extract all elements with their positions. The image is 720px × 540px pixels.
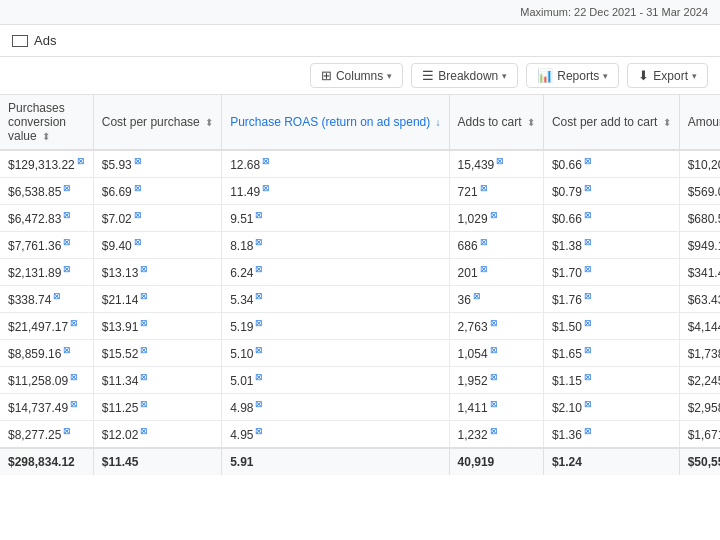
cell-cost_per_purchase: $9.40⊠ — [93, 232, 221, 259]
breakdown-button[interactable]: ☰ Breakdown ▾ — [411, 63, 518, 88]
cell-purchase_roas: 5.34⊠ — [222, 286, 449, 313]
export-icon: ⬇ — [638, 68, 649, 83]
cell-purchase_roas: 12.68⊠ — [222, 150, 449, 178]
sort-icon-adds: ⬍ — [527, 117, 535, 128]
cell-adds_to_cart: 1,411⊠ — [449, 394, 543, 421]
cell-cost_per_purchase: $11.34⊠ — [93, 367, 221, 394]
cell-amount_spent: $2,958.73⊠ — [679, 394, 720, 421]
footer-amount-spent: $50,554.44 — [679, 448, 720, 475]
table-row: $11,258.09⊠$11.34⊠5.01⊠1,952⊠$1.15⊠$2,24… — [0, 367, 720, 394]
cell-purchase_roas: 5.10⊠ — [222, 340, 449, 367]
col-header-purchases-conversion[interactable]: Purchasesconversionvalue ⬍ — [0, 95, 93, 150]
sort-icon-purchases: ⬍ — [42, 131, 50, 142]
cell-purchases_conversion: $7,761.36⊠ — [0, 232, 93, 259]
cell-purchase_roas: 4.95⊠ — [222, 421, 449, 449]
cell-amount_spent: $569.00⊠ — [679, 178, 720, 205]
sort-icon-roas: ↓ — [436, 117, 441, 128]
cell-cost_per_add: $0.79⊠ — [543, 178, 679, 205]
col-header-adds-to-cart[interactable]: Adds to cart ⬍ — [449, 95, 543, 150]
cell-amount_spent: $63.43⊠ — [679, 286, 720, 313]
cell-adds_to_cart: 1,029⊠ — [449, 205, 543, 232]
cell-cost_per_purchase: $13.13⊠ — [93, 259, 221, 286]
footer-adds-to-cart: 40,919 — [449, 448, 543, 475]
table-footer-row: $298,834.12 $11.45 5.91 40,919 $1.24 $50… — [0, 448, 720, 475]
data-table-container: Purchasesconversionvalue ⬍ Cost per purc… — [0, 95, 720, 485]
breakdown-chevron: ▾ — [502, 71, 507, 81]
cell-adds_to_cart: 686⊠ — [449, 232, 543, 259]
table-row: $2,131.89⊠$13.13⊠6.24⊠201⊠$1.70⊠$341.45⊠ — [0, 259, 720, 286]
table-header-row: Purchasesconversionvalue ⬍ Cost per purc… — [0, 95, 720, 150]
columns-button[interactable]: ⊞ Columns ▾ — [310, 63, 403, 88]
cell-purchase_roas: 11.49⊠ — [222, 178, 449, 205]
col-header-cost-per-add[interactable]: Cost per add to cart ⬍ — [543, 95, 679, 150]
data-table: Purchasesconversionvalue ⬍ Cost per purc… — [0, 95, 720, 475]
toolbar: ⊞ Columns ▾ ☰ Breakdown ▾ 📊 Reports ▾ ⬇ … — [0, 57, 720, 95]
col-header-amount-spent[interactable]: Amount spent ⬍ — [679, 95, 720, 150]
cell-cost_per_purchase: $13.91⊠ — [93, 313, 221, 340]
reports-label: Reports — [557, 69, 599, 83]
cell-cost_per_add: $1.15⊠ — [543, 367, 679, 394]
date-range-text: Maximum: 22 Dec 2021 - 31 Mar 2024 — [520, 6, 708, 18]
ads-header: Ads — [0, 25, 720, 57]
table-row: $338.74⊠$21.14⊠5.34⊠36⊠$1.76⊠$63.43⊠ — [0, 286, 720, 313]
cell-purchases_conversion: $21,497.17⊠ — [0, 313, 93, 340]
cell-purchases_conversion: $11,258.09⊠ — [0, 367, 93, 394]
cell-amount_spent: $949.16⊠ — [679, 232, 720, 259]
cell-purchases_conversion: $6,472.83⊠ — [0, 205, 93, 232]
reports-chevron: ▾ — [603, 71, 608, 81]
cell-cost_per_add: $0.66⊠ — [543, 150, 679, 178]
cell-purchases_conversion: $8,277.25⊠ — [0, 421, 93, 449]
columns-icon: ⊞ — [321, 68, 332, 83]
ads-label: Ads — [34, 33, 56, 48]
table-row: $6,472.83⊠$7.02⊠9.51⊠1,029⊠$0.66⊠$680.52… — [0, 205, 720, 232]
cell-amount_spent: $680.52⊠ — [679, 205, 720, 232]
cell-amount_spent: $4,144.02⊠ — [679, 313, 720, 340]
cell-cost_per_add: $0.66⊠ — [543, 205, 679, 232]
cell-cost_per_add: $1.38⊠ — [543, 232, 679, 259]
export-label: Export — [653, 69, 688, 83]
col-header-cost-per-purchase[interactable]: Cost per purchase ⬍ — [93, 95, 221, 150]
col-header-roas[interactable]: Purchase ROAS (return on ad spend) ↓ — [222, 95, 449, 150]
reports-button[interactable]: 📊 Reports ▾ — [526, 63, 619, 88]
export-button[interactable]: ⬇ Export ▾ — [627, 63, 708, 88]
table-row: $8,859.16⊠$15.52⊠5.10⊠1,054⊠$1.65⊠$1,738… — [0, 340, 720, 367]
table-row: $8,277.25⊠$12.02⊠4.95⊠1,232⊠$1.36⊠$1,671… — [0, 421, 720, 449]
cell-purchases_conversion: $6,538.85⊠ — [0, 178, 93, 205]
cell-cost_per_add: $1.76⊠ — [543, 286, 679, 313]
cell-cost_per_add: $1.36⊠ — [543, 421, 679, 449]
reports-icon: 📊 — [537, 68, 553, 83]
cell-purchase_roas: 9.51⊠ — [222, 205, 449, 232]
columns-label: Columns — [336, 69, 383, 83]
cell-adds_to_cart: 1,232⊠ — [449, 421, 543, 449]
footer-cost-per-add: $1.24 — [543, 448, 679, 475]
table-row: $21,497.17⊠$13.91⊠5.19⊠2,763⊠$1.50⊠$4,14… — [0, 313, 720, 340]
cell-adds_to_cart: 721⊠ — [449, 178, 543, 205]
cell-adds_to_cart: 2,763⊠ — [449, 313, 543, 340]
table-row: $129,313.22⊠$5.93⊠12.68⊠15,439⊠$0.66⊠$10… — [0, 150, 720, 178]
cell-cost_per_add: $2.10⊠ — [543, 394, 679, 421]
cell-purchases_conversion: $2,131.89⊠ — [0, 259, 93, 286]
footer-cost-per-purchase: $11.45 — [93, 448, 221, 475]
cell-cost_per_purchase: $12.02⊠ — [93, 421, 221, 449]
cell-adds_to_cart: 1,054⊠ — [449, 340, 543, 367]
cell-amount_spent: $2,245.50⊠ — [679, 367, 720, 394]
cell-purchases_conversion: $129,313.22⊠ — [0, 150, 93, 178]
cell-purchases_conversion: $14,737.49⊠ — [0, 394, 93, 421]
cell-purchase_roas: 4.98⊠ — [222, 394, 449, 421]
export-chevron: ▾ — [692, 71, 697, 81]
breakdown-label: Breakdown — [438, 69, 498, 83]
ads-icon — [12, 35, 28, 47]
cell-cost_per_purchase: $11.25⊠ — [93, 394, 221, 421]
date-range-bar: Maximum: 22 Dec 2021 - 31 Mar 2024 — [0, 0, 720, 25]
sort-icon-cost-purchase: ⬍ — [205, 117, 213, 128]
table-row: $7,761.36⊠$9.40⊠8.18⊠686⊠$1.38⊠$949.16⊠ — [0, 232, 720, 259]
cell-adds_to_cart: 15,439⊠ — [449, 150, 543, 178]
cell-cost_per_purchase: $21.14⊠ — [93, 286, 221, 313]
cell-cost_per_purchase: $7.02⊠ — [93, 205, 221, 232]
cell-purchase_roas: 8.18⊠ — [222, 232, 449, 259]
cell-amount_spent: $1,671.16⊠ — [679, 421, 720, 449]
footer-roas: 5.91 — [222, 448, 449, 475]
cell-cost_per_add: $1.70⊠ — [543, 259, 679, 286]
columns-chevron: ▾ — [387, 71, 392, 81]
cell-purchase_roas: 5.01⊠ — [222, 367, 449, 394]
